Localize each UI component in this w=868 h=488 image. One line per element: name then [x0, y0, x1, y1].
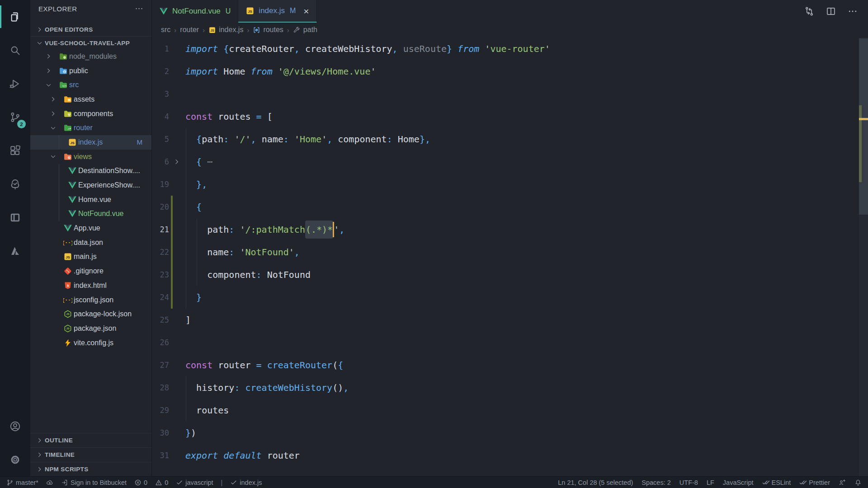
status-publish-changes[interactable]	[46, 479, 53, 486]
tab-notfound.vue[interactable]: NotFound.vueU	[152, 0, 238, 23]
status-indentation[interactable]: Spaces: 2	[642, 479, 671, 486]
code-text: import Home from '@/views/Home.vue'	[185, 66, 376, 77]
activity-panel-extension[interactable]	[0, 201, 30, 234]
breadcrumb-routes[interactable]: routes	[253, 26, 283, 34]
tree-item-.gitignore[interactable]: .gitignore	[30, 264, 151, 278]
status-lint-javascript[interactable]: javascript	[176, 479, 213, 486]
activity-accounts[interactable]	[0, 409, 30, 443]
tree-item-home.vue[interactable]: Home.vue	[30, 192, 151, 207]
status-left: master*Sign in to Bitbucket00javascript|…	[6, 479, 269, 486]
tree-item-package-lock.json[interactable]: JSpackage-lock.json	[30, 307, 151, 321]
activity-explorer[interactable]	[0, 0, 30, 33]
tree-item-data.json[interactable]: {··}data.json	[30, 235, 151, 250]
status-bitbucket-signin[interactable]: Sign in to Bitbucket	[61, 479, 127, 486]
code-line-24[interactable]: 24 }	[152, 286, 859, 309]
activity-run-debug[interactable]	[0, 67, 30, 100]
activity-extensions[interactable]	[0, 134, 30, 167]
breadcrumb-index.js[interactable]: JSindex.js	[208, 26, 243, 34]
code-line-25[interactable]: 25]	[152, 309, 859, 331]
section-outline[interactable]: OUTLINE	[30, 433, 151, 447]
tree-item-router[interactable]: router	[30, 121, 151, 135]
activity-source-control[interactable]: 2	[0, 100, 30, 134]
status-cursor-position[interactable]: Ln 21, Col 28 (5 selected)	[558, 479, 633, 486]
section-timeline[interactable]: TIMELINE	[30, 447, 151, 462]
status-warnings[interactable]: 0	[155, 479, 168, 486]
tree-item-label: DestinationShow....	[78, 167, 151, 175]
activity-testing-tree[interactable]	[0, 167, 30, 201]
tree-item-destinationshow....[interactable]: DestinationShow....	[30, 164, 151, 178]
tree-item-nodemodules[interactable]: node_modules	[30, 49, 151, 64]
code-line-3[interactable]: 3	[152, 83, 859, 105]
code-line-30[interactable]: 30})	[152, 422, 859, 444]
search-icon	[9, 44, 21, 56]
tree-item-main.js[interactable]: JSmain.js	[30, 250, 151, 264]
chevron-right-icon	[50, 96, 63, 103]
code-line-20[interactable]: 20 {	[152, 196, 859, 218]
tree-item-assets[interactable]: assets	[30, 92, 151, 107]
status-lint-file[interactable]: index.js	[230, 479, 262, 486]
split-editor-icon[interactable]	[826, 6, 836, 17]
breadcrumb-router[interactable]: router	[180, 26, 199, 34]
gutter: 26	[152, 331, 185, 354]
status-prettier[interactable]: Prettier	[799, 479, 830, 486]
tree-item-notfound.vue[interactable]: NotFound.vue	[30, 207, 151, 221]
code-line-21[interactable]: 21 path: '/:pathMatch(.*)*',	[152, 218, 859, 241]
tree-item-components[interactable]: components	[30, 107, 151, 121]
activity-atlassian[interactable]	[0, 234, 30, 267]
tree-item-label: .gitignore	[74, 267, 151, 275]
status-git-branch[interactable]: master*	[6, 479, 38, 486]
breadcrumb-src[interactable]: src	[161, 26, 170, 34]
more-actions-icon[interactable]: ⋯	[135, 4, 144, 14]
tree-item-src[interactable]: </>src	[30, 78, 151, 92]
code-text: const router = createRouter({	[185, 360, 343, 371]
tab-index.js[interactable]: JSindex.jsM×	[238, 0, 316, 23]
tree-item-index.html[interactable]: 5index.html	[30, 278, 151, 293]
tree-item-vite.config.js[interactable]: vite.config.js	[30, 336, 151, 350]
code-line-2[interactable]: 2import Home from '@/views/Home.vue'	[152, 60, 859, 83]
status-errors[interactable]: 0	[134, 479, 147, 486]
scrollbar-thumb[interactable]	[859, 38, 868, 215]
code-line-22[interactable]: 22 name: 'NotFound',	[152, 241, 859, 263]
tree-item-app.vue[interactable]: App.vue	[30, 221, 151, 235]
code-line-19[interactable]: 19 },	[152, 173, 859, 196]
status-encoding[interactable]: UTF-8	[679, 479, 698, 486]
close-icon[interactable]: ×	[303, 6, 309, 16]
line-number: 23	[160, 270, 169, 279]
code-line-5[interactable]: 5 {path: '/', name: 'Home', component: H…	[152, 128, 859, 150]
activity-settings[interactable]	[0, 443, 30, 476]
code-line-29[interactable]: 29 routes	[152, 399, 859, 422]
activity-bar: 2	[0, 0, 30, 476]
tree-item-public[interactable]: public	[30, 64, 151, 78]
tree-item-index.js[interactable]: JSindex.jsM	[30, 135, 151, 150]
status-eol[interactable]: LF	[707, 479, 714, 486]
status-language-mode[interactable]: JavaScript	[723, 479, 754, 486]
code-text: { ⋯	[185, 156, 212, 167]
tree-item-experienceshow....[interactable]: ExperienceShow....	[30, 178, 151, 192]
status-eslint[interactable]: ESLint	[762, 479, 791, 486]
status-feedback[interactable]	[839, 479, 846, 486]
code-editor[interactable]: 1import {createRouter, createWebHistory,…	[152, 38, 859, 476]
code-line-28[interactable]: 28 history: createWebHistory(),	[152, 376, 859, 399]
more-actions-icon[interactable]	[847, 6, 858, 17]
fold-chevron-icon[interactable]	[173, 158, 180, 165]
double-check-icon	[762, 479, 769, 486]
breadcrumb-path[interactable]: path	[293, 26, 317, 34]
tree-item-package.json[interactable]: JSpackage.json	[30, 321, 151, 336]
project-section-header[interactable]: VUE-SCHOOL-TRAVEL-APP	[30, 36, 151, 49]
activity-search[interactable]	[0, 33, 30, 67]
code-line-6[interactable]: 6 { ⋯	[152, 150, 859, 173]
tree-item-views[interactable]: views	[30, 150, 151, 164]
code-line-27[interactable]: 27const router = createRouter({	[152, 354, 859, 376]
status-notifications[interactable]	[854, 479, 862, 486]
tree-item-jsconfig.json[interactable]: {··}jsconfig.json	[30, 293, 151, 307]
section-npm-scripts[interactable]: NPM SCRIPTS	[30, 462, 151, 476]
code-line-31[interactable]: 31export default router	[152, 444, 859, 467]
code-line-26[interactable]: 26	[152, 331, 859, 354]
node-icon: JS	[63, 324, 73, 333]
code-line-1[interactable]: 1import {createRouter, createWebHistory,…	[152, 38, 859, 60]
code-line-4[interactable]: 4const routes = [	[152, 105, 859, 128]
compare-changes-icon[interactable]	[804, 6, 815, 17]
scrollbar-track	[859, 38, 868, 476]
code-line-23[interactable]: 23 component: NotFound	[152, 263, 859, 286]
open-editors-section[interactable]: OPEN EDITORS	[30, 23, 151, 36]
